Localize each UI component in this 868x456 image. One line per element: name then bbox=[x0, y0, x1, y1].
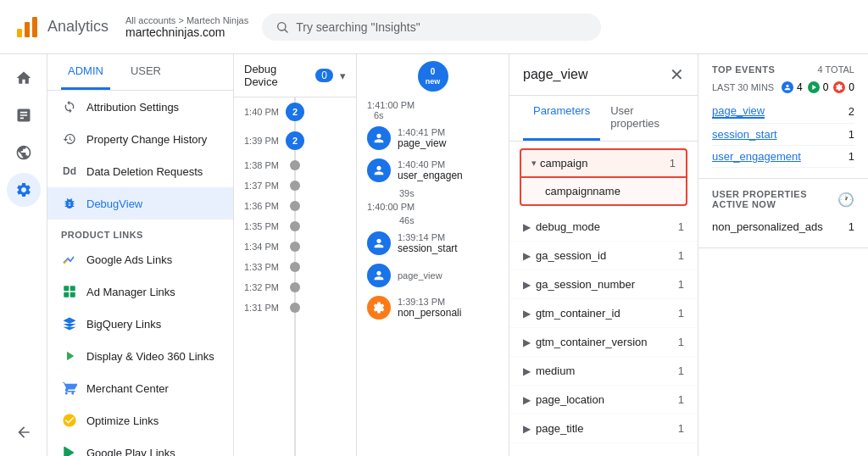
event-item-user-engage[interactable]: 1:40:40 PM user_engagen bbox=[357, 154, 509, 186]
event-gap-label: 6s bbox=[367, 110, 498, 120]
event-list-name[interactable]: session_start bbox=[712, 128, 777, 141]
user-prop-count: 1 bbox=[849, 220, 854, 233]
right-panel: TOP EVENTS 4 TOTAL LAST 30 MINS 4 bbox=[698, 54, 868, 456]
sidebar-item-data-deletion[interactable]: Dd Data Deletion Requests bbox=[47, 155, 233, 187]
param-label: ▶ debug_mode bbox=[523, 220, 600, 233]
event-stream: 0 new 1:41:00 PM 6s 1:40:41 PM bbox=[357, 54, 509, 456]
nav-back-icon[interactable] bbox=[7, 415, 41, 449]
svg-rect-8 bbox=[70, 292, 75, 298]
campaign-group-header[interactable]: ▾ campaign 1 bbox=[520, 148, 687, 178]
nav-reports-icon[interactable] bbox=[7, 98, 41, 132]
event-list-item-page-view: page_view 2 bbox=[712, 100, 854, 124]
campaign-count: 1 bbox=[670, 157, 676, 170]
nav-admin-icon[interactable] bbox=[7, 173, 41, 207]
google-play-icon bbox=[61, 444, 78, 456]
tab-user[interactable]: USER bbox=[124, 54, 168, 90]
event-item-session-start[interactable]: 1:39:14 PM session_start bbox=[357, 227, 509, 259]
sidebar: ADMIN USER Attribution Settings Property… bbox=[47, 54, 234, 456]
param-row-page-location[interactable]: ▶ page_location 1 bbox=[509, 386, 698, 414]
close-icon[interactable]: ✕ bbox=[670, 64, 684, 85]
account-name[interactable]: martechninjas.com bbox=[125, 25, 248, 39]
attribution-icon bbox=[61, 98, 78, 115]
svg-rect-6 bbox=[70, 286, 75, 291]
top-events-title: TOP EVENTS bbox=[712, 64, 775, 75]
top-events-section: TOP EVENTS 4 TOTAL LAST 30 MINS 4 bbox=[698, 54, 868, 179]
event-time: 1:39:13 PM bbox=[398, 297, 498, 307]
sidebar-item-attribution[interactable]: Attribution Settings bbox=[47, 91, 233, 123]
stat-blue-count: 4 bbox=[797, 81, 803, 93]
timeline-time: 1:32 PM bbox=[244, 282, 290, 292]
event-item-page-view-1[interactable]: 1:40:41 PM page_view bbox=[357, 122, 509, 154]
sidebar-item-label: Optimize Links bbox=[86, 414, 159, 427]
param-row-gtm-container-id[interactable]: ▶ gtm_container_id 1 bbox=[509, 299, 698, 328]
sidebar-item-bigquery[interactable]: BigQuery Links bbox=[47, 308, 233, 340]
param-label: ▶ gtm_container_version bbox=[523, 336, 648, 348]
sidebar-item-merchant[interactable]: Merchant Center bbox=[47, 372, 233, 404]
campaign-group: ▾ campaign 1 campaignname bbox=[520, 148, 687, 206]
event-info: page_view bbox=[398, 270, 498, 281]
event-time-label: 1:40:00 PM bbox=[367, 202, 498, 212]
param-row-medium[interactable]: ▶ medium 1 bbox=[509, 357, 698, 386]
app-title: Analytics bbox=[47, 18, 108, 36]
timeline-item: 1:40 PM 2 bbox=[244, 97, 346, 126]
timeline-time: 1:31 PM bbox=[244, 303, 290, 313]
param-row-gtm-container-version[interactable]: ▶ gtm_container_version 1 bbox=[509, 328, 698, 357]
timeline-time: 1:34 PM bbox=[244, 242, 290, 252]
param-row-session-number[interactable]: ▶ ga_session_number 1 bbox=[509, 270, 698, 299]
stat-red-dot bbox=[833, 81, 845, 93]
sidebar-item-ad-manager[interactable]: Ad Manager Links bbox=[47, 275, 233, 308]
nav-home-icon[interactable] bbox=[7, 61, 41, 95]
sidebar-tabs: ADMIN USER bbox=[47, 54, 233, 91]
event-list-count: 1 bbox=[849, 128, 854, 141]
app-header: Analytics All accounts > Martech Ninjas … bbox=[0, 0, 868, 54]
timeline-item: 1:38 PM bbox=[244, 155, 346, 175]
event-item-non-personalized[interactable]: 1:39:13 PM non_personali bbox=[357, 292, 509, 324]
debug-panel: Debug Device 0 ▾ 1:40 PM 2 1:39 PM 2 bbox=[234, 54, 357, 456]
event-item-page-view-2[interactable]: page_view bbox=[357, 259, 509, 292]
event-list-item-session-start: session_start 1 bbox=[712, 124, 854, 146]
param-row-session-id[interactable]: ▶ ga_session_id 1 bbox=[509, 242, 698, 270]
param-row-debug-mode[interactable]: ▶ debug_mode 1 bbox=[509, 213, 698, 242]
param-label: ▶ gtm_container_id bbox=[523, 307, 620, 320]
timeline-item: 1:36 PM bbox=[244, 196, 346, 216]
detail-header: page_view ✕ bbox=[509, 54, 698, 96]
param-row-page-title[interactable]: ▶ page_title 1 bbox=[509, 414, 698, 443]
stat-green-count: 0 bbox=[823, 81, 829, 93]
tab-user-properties[interactable]: User properties bbox=[600, 96, 684, 141]
event-time-row: 1:41:00 PM 6s bbox=[357, 98, 509, 122]
timeline-time: 1:33 PM bbox=[244, 262, 290, 272]
sidebar-item-history[interactable]: Property Change History bbox=[47, 123, 233, 155]
debug-label: Debug Device bbox=[244, 63, 309, 88]
user-properties-section: USER PROPERTIES ACTIVE NOW 🕐 non_persona… bbox=[698, 179, 868, 248]
chevron-right-icon: ▶ bbox=[523, 365, 531, 377]
sidebar-item-label: BigQuery Links bbox=[86, 318, 161, 331]
search-bar[interactable]: Try searching "Insights" bbox=[262, 14, 601, 41]
tab-parameters[interactable]: Parameters bbox=[523, 96, 600, 141]
event-list-name[interactable]: user_engagement bbox=[712, 150, 801, 163]
timeline-item: 1:31 PM bbox=[244, 298, 346, 318]
gap-text: 46s bbox=[399, 215, 498, 225]
chevron-right-icon: ▶ bbox=[523, 279, 531, 291]
nav-explore-icon[interactable] bbox=[7, 136, 41, 170]
sidebar-item-google-play[interactable]: Google Play Links bbox=[47, 437, 233, 456]
sidebar-item-google-ads[interactable]: Google Ads Links bbox=[47, 243, 233, 275]
event-list-name[interactable]: page_view bbox=[712, 104, 765, 119]
sidebar-item-display-video[interactable]: Display & Video 360 Links bbox=[47, 340, 233, 372]
event-time: 1:40:41 PM bbox=[398, 127, 498, 137]
event-name: non_personali bbox=[398, 307, 474, 319]
debug-badge: 0 bbox=[315, 69, 333, 82]
data-deletion-icon: Dd bbox=[61, 163, 78, 180]
sidebar-item-label: Attribution Settings bbox=[86, 101, 179, 114]
account-selector[interactable]: All accounts > Martech Ninjas martechnin… bbox=[125, 15, 248, 39]
event-list-count: 2 bbox=[849, 105, 854, 118]
sidebar-item-label: DebugView bbox=[86, 197, 142, 210]
sidebar-item-optimize[interactable]: Optimize Links bbox=[47, 404, 233, 437]
timeline-time: 1:36 PM bbox=[244, 201, 290, 211]
sidebar-item-debugview[interactable]: DebugView bbox=[47, 187, 233, 220]
event-info: 1:40:40 PM user_engagen bbox=[398, 159, 498, 181]
tab-admin[interactable]: ADMIN bbox=[61, 54, 110, 90]
person-icon bbox=[367, 231, 391, 255]
chevron-right-icon: ▶ bbox=[523, 336, 531, 348]
timeline-dot-grey bbox=[290, 242, 300, 252]
debug-dropdown-icon[interactable]: ▾ bbox=[340, 70, 346, 82]
